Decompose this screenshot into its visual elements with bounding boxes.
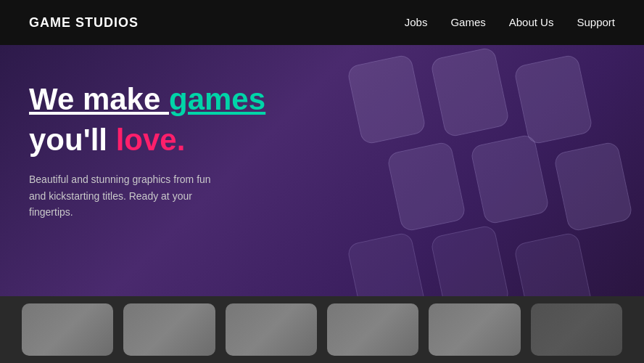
site-logo: GAME STUDIOS	[29, 15, 139, 30]
deco-card-7	[347, 232, 427, 296]
deco-card-8	[430, 224, 511, 296]
deco-card-4	[387, 141, 467, 232]
nav-about[interactable]: About Us	[509, 16, 554, 28]
hero-subtext: Beautiful and stunning graphics from fun…	[29, 171, 218, 220]
nav-jobs[interactable]: Jobs	[405, 16, 428, 28]
navbar: GAME STUDIOS Jobs Games About Us Support	[0, 0, 644, 45]
nav-games[interactable]: Games	[450, 16, 485, 28]
deco-card-6	[553, 141, 634, 232]
deco-card-2	[430, 46, 511, 138]
hero-text-we-make: We make	[29, 82, 169, 116]
deco-card-9	[513, 232, 594, 296]
hero-text-love: love.	[116, 123, 186, 157]
nav-links: Jobs Games About Us Support	[405, 16, 615, 29]
nav-support[interactable]: Support	[577, 16, 615, 28]
hero-heading-line1: We make games	[29, 83, 265, 116]
deco-cards-grid	[339, 52, 629, 296]
game-card-6[interactable]	[531, 303, 622, 356]
game-card-2[interactable]	[123, 303, 215, 356]
hero-text-games: games	[169, 82, 265, 116]
game-card-4[interactable]	[327, 303, 418, 356]
game-card-1[interactable]	[22, 303, 113, 356]
deco-card-1	[347, 54, 427, 145]
hero-heading-line2: you'll love.	[29, 123, 265, 157]
bottom-cards-row	[0, 296, 644, 363]
game-card-3[interactable]	[226, 303, 317, 356]
hero-text-youll: you'll	[29, 123, 116, 157]
game-card-5[interactable]	[429, 303, 520, 356]
hero-section: We make games you'll love. Beautiful and…	[0, 45, 644, 296]
hero-content: We make games you'll love. Beautiful and…	[0, 45, 294, 221]
deco-card-3	[513, 54, 594, 145]
deco-card-5	[470, 134, 550, 225]
